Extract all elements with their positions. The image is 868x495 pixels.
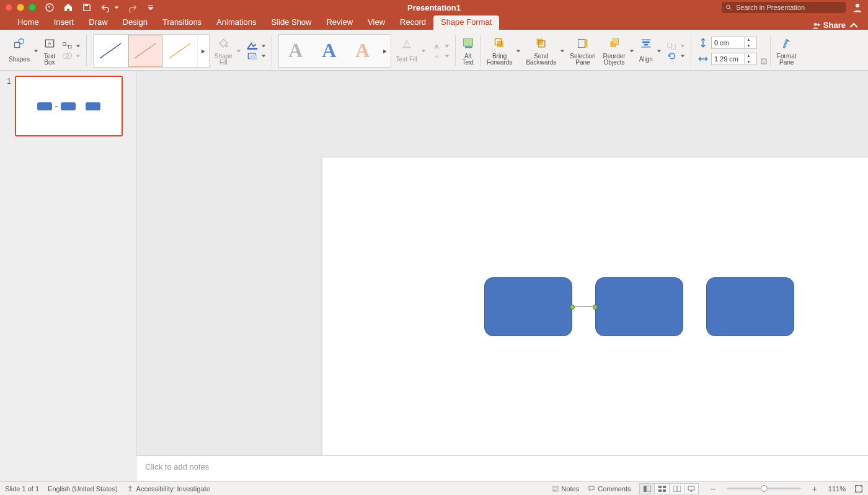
undo-icon[interactable] bbox=[100, 2, 110, 12]
width-step-down[interactable]: ▼ bbox=[745, 59, 753, 65]
normal-view-button[interactable] bbox=[639, 483, 654, 494]
bring-forward-button[interactable]: Bring Forwards bbox=[484, 33, 515, 68]
slide-thumbnail-1[interactable] bbox=[15, 76, 123, 136]
tab-shape-format[interactable]: Shape Format bbox=[433, 16, 499, 30]
connector-endpoint-right[interactable] bbox=[593, 305, 598, 310]
status-language[interactable]: English (United States) bbox=[48, 485, 118, 493]
wordart-style-1[interactable]: A bbox=[279, 35, 312, 67]
status-notes-button[interactable]: Notes bbox=[552, 485, 580, 493]
home-icon[interactable] bbox=[63, 2, 73, 12]
notes-pane[interactable]: Click to add notes bbox=[136, 455, 868, 481]
send-backward-dropdown-icon[interactable] bbox=[560, 48, 565, 53]
qat-overflow-icon[interactable] bbox=[148, 4, 154, 11]
shape-style-2[interactable] bbox=[128, 35, 163, 67]
wordart-gallery[interactable]: A A A ▸ bbox=[278, 34, 391, 68]
share-button[interactable]: Share bbox=[812, 20, 846, 30]
status-comments-button[interactable]: Comments bbox=[588, 485, 631, 493]
shape-height-input[interactable]: ▲▼ bbox=[711, 37, 757, 49]
group-icon[interactable] bbox=[666, 42, 678, 50]
search-box[interactable] bbox=[722, 2, 846, 13]
edit-points-dropdown-icon[interactable] bbox=[76, 43, 81, 48]
minimize-window-icon[interactable] bbox=[17, 4, 24, 11]
format-pane-button[interactable]: Format Pane bbox=[774, 33, 799, 68]
send-backward-button[interactable]: Send Backwards bbox=[523, 33, 559, 68]
text-fill-dropdown-icon[interactable] bbox=[421, 48, 426, 53]
reorder-objects-button[interactable]: Reorder Objects bbox=[600, 33, 627, 68]
shapes-dropdown-icon[interactable] bbox=[33, 48, 38, 53]
group-dropdown-icon[interactable] bbox=[680, 43, 685, 48]
tab-home[interactable]: Home bbox=[10, 16, 46, 30]
tab-slideshow[interactable]: Slide Show bbox=[264, 16, 319, 30]
shape-style-1[interactable] bbox=[94, 35, 128, 67]
status-accessibility[interactable]: Accessibility: Investigate bbox=[126, 485, 210, 493]
tab-animations[interactable]: Animations bbox=[209, 16, 264, 30]
connector-endpoint-left[interactable] bbox=[570, 305, 575, 310]
autosave-icon[interactable] bbox=[45, 2, 55, 12]
zoom-window-icon[interactable] bbox=[29, 4, 36, 11]
rounded-rect-1[interactable] bbox=[484, 277, 572, 336]
shapes-icon bbox=[13, 37, 25, 50]
tab-insert[interactable]: Insert bbox=[46, 16, 82, 30]
wordart-style-2[interactable]: A bbox=[312, 35, 346, 67]
slide[interactable] bbox=[322, 158, 868, 455]
bring-forward-dropdown-icon[interactable] bbox=[516, 48, 521, 53]
tab-record[interactable]: Record bbox=[392, 16, 433, 30]
shape-style-3[interactable] bbox=[163, 35, 198, 67]
rotate-dropdown-icon[interactable] bbox=[680, 53, 685, 58]
status-slide[interactable]: Slide 1 of 1 bbox=[5, 485, 39, 493]
zoom-level[interactable]: 111% bbox=[828, 485, 846, 493]
zoom-out-button[interactable]: − bbox=[707, 484, 717, 494]
height-step-up[interactable]: ▲ bbox=[745, 37, 753, 43]
svg-line-13 bbox=[100, 43, 121, 58]
shape-outline-icon[interactable] bbox=[246, 42, 259, 50]
redo-icon[interactable] bbox=[128, 2, 138, 12]
wordart-gallery-next-icon[interactable]: ▸ bbox=[379, 35, 391, 67]
slide-canvas-area[interactable] bbox=[136, 71, 868, 455]
edit-points-icon[interactable] bbox=[62, 42, 73, 50]
search-input[interactable] bbox=[736, 4, 842, 11]
zoom-slider[interactable] bbox=[727, 488, 801, 489]
slide-thumbnail-panel[interactable]: 1 bbox=[0, 71, 136, 455]
shapes-button[interactable]: Shapes bbox=[6, 33, 32, 68]
size-dialog-launcher-icon[interactable] bbox=[761, 35, 767, 66]
align-dropdown-icon[interactable] bbox=[657, 48, 662, 53]
reading-view-button[interactable] bbox=[669, 483, 684, 494]
rounded-rect-2[interactable] bbox=[595, 277, 683, 336]
textbox-button[interactable]: A Text Box bbox=[41, 33, 58, 68]
zoom-in-button[interactable]: + bbox=[810, 484, 820, 494]
shape-width-input[interactable]: ▲▼ bbox=[711, 53, 757, 65]
svg-rect-41 bbox=[644, 486, 646, 492]
rounded-rect-3[interactable] bbox=[706, 277, 794, 336]
tab-design[interactable]: Design bbox=[115, 16, 155, 30]
width-step-up[interactable]: ▲ bbox=[745, 53, 753, 59]
fit-to-window-button[interactable] bbox=[854, 484, 863, 493]
reorder-dropdown-icon[interactable] bbox=[629, 48, 634, 53]
save-icon[interactable] bbox=[82, 2, 92, 12]
align-button[interactable]: Align bbox=[637, 33, 655, 68]
alt-text-button[interactable]: Alt Text bbox=[459, 33, 477, 68]
selection-pane-button[interactable]: Selection Pane bbox=[567, 33, 598, 68]
shape-style-gallery[interactable]: ▸ bbox=[93, 34, 210, 68]
account-icon[interactable] bbox=[852, 2, 863, 13]
outline-dropdown-icon[interactable] bbox=[261, 43, 266, 48]
tab-review[interactable]: Review bbox=[319, 16, 360, 30]
collapse-ribbon-icon[interactable] bbox=[849, 21, 858, 30]
tab-view[interactable]: View bbox=[360, 16, 392, 30]
tab-draw[interactable]: Draw bbox=[81, 16, 115, 30]
rotate-icon[interactable] bbox=[666, 51, 678, 60]
slideshow-view-button[interactable] bbox=[684, 483, 699, 494]
height-step-down[interactable]: ▼ bbox=[745, 43, 753, 49]
style-gallery-next-icon[interactable]: ▸ bbox=[198, 35, 209, 67]
shape-fill-dropdown-icon[interactable] bbox=[236, 48, 241, 53]
shape-height-field[interactable] bbox=[712, 39, 744, 47]
sorter-view-button[interactable] bbox=[654, 483, 669, 494]
wordart-style-3[interactable]: A bbox=[346, 35, 379, 67]
zoom-slider-thumb[interactable] bbox=[761, 485, 768, 492]
shape-effects-icon[interactable] bbox=[246, 51, 259, 60]
tab-transitions[interactable]: Transitions bbox=[155, 16, 209, 30]
close-window-icon[interactable] bbox=[5, 4, 12, 11]
undo-dropdown-icon[interactable] bbox=[114, 5, 119, 10]
effects-dropdown-icon[interactable] bbox=[261, 53, 266, 58]
shape-width-field[interactable] bbox=[712, 55, 744, 63]
connector-line[interactable] bbox=[572, 306, 595, 307]
